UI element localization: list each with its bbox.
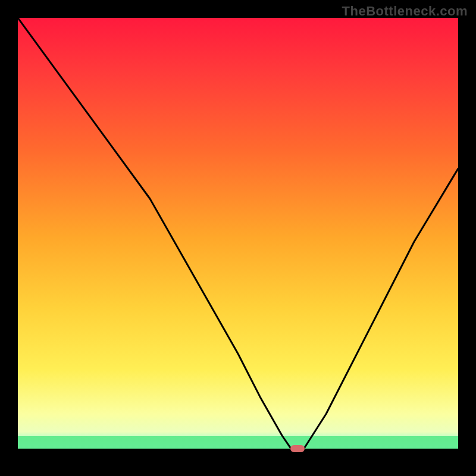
chart-frame: TheBottleneck.com [0, 0, 476, 476]
bottleneck-curve [18, 18, 458, 458]
watermark-text: TheBottleneck.com [342, 4, 468, 19]
optimal-marker [290, 445, 305, 452]
plot-area [18, 18, 458, 458]
